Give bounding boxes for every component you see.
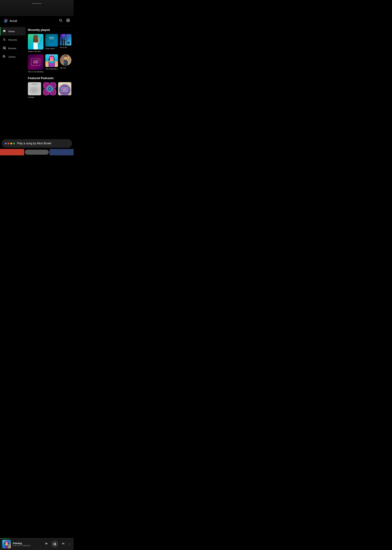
- svg-point-15: [34, 36, 38, 41]
- google-dots: [5, 142, 15, 144]
- svg-rect-14: [28, 34, 43, 49]
- album-title-are-be: Are & Be: [60, 46, 71, 48]
- main-content: Recently played: [26, 26, 74, 138]
- svg-point-75: [45, 84, 48, 87]
- svg-text:IPSUM.: IPSUM.: [63, 90, 67, 91]
- svg-point-55: [68, 56, 69, 58]
- svg-point-36: [66, 37, 67, 39]
- svg-point-81: [45, 91, 48, 93]
- partial-button-2[interactable]: [25, 150, 49, 155]
- sidebar: Home Recents Browse: [0, 26, 26, 138]
- svg-text:CREATIVE: CREATIVE: [32, 84, 37, 85]
- svg-line-5: [61, 21, 62, 22]
- dot-blue: [5, 142, 7, 144]
- sidebar-item-library[interactable]: Library: [0, 53, 26, 61]
- sidebar-item-browse[interactable]: Browse: [0, 44, 26, 53]
- voice-assistant-bar[interactable]: Play a song by Alice Broek: [2, 139, 72, 148]
- svg-rect-46: [49, 59, 50, 60]
- svg-rect-49: [49, 61, 54, 63]
- album-weeknd[interactable]: LOREMIPSUM. This is The Weeknd: [28, 54, 43, 73]
- album-title-weeknd: This is The Weeknd: [28, 71, 43, 73]
- album-todays-top-hits[interactable]: Today's Top Hits: [28, 34, 43, 52]
- album-title-todays-top-hits: Today's Top Hits: [28, 50, 43, 52]
- svg-point-87: [49, 88, 51, 90]
- svg-point-4: [60, 19, 62, 21]
- cover-podcast-2: [43, 82, 56, 95]
- svg-rect-12: [3, 55, 4, 58]
- album-jay-los[interactable]: Jay Los: [60, 54, 71, 73]
- svg-rect-16: [34, 42, 38, 49]
- svg-rect-33: [64, 41, 65, 45]
- svg-text:H: H: [54, 59, 55, 60]
- main-layout: Home Recents Browse: [0, 26, 74, 138]
- svg-rect-31: [62, 40, 63, 45]
- featured-podcasts-title: Featured Podcasts: [28, 77, 71, 80]
- settings-button[interactable]: [66, 18, 70, 24]
- recently-played-title: Recently played: [28, 28, 71, 32]
- voice-assistant-text: Play a song by Alice Broek: [17, 142, 51, 145]
- dot-green: [13, 142, 15, 144]
- recently-played-grid: Today's Top Hits: [28, 34, 71, 73]
- album-are-be[interactable]: Are & Be: [60, 34, 71, 52]
- library-icon: [3, 55, 6, 59]
- svg-rect-8: [5, 47, 6, 48]
- sidebar-label-library: Library: [8, 56, 16, 58]
- svg-point-78: [52, 84, 54, 87]
- podcast-2[interactable]: [43, 82, 56, 98]
- partial-button-1[interactable]: [0, 149, 24, 155]
- svg-rect-57: [63, 62, 65, 63]
- partial-button-3[interactable]: [49, 149, 74, 155]
- svg-point-30: [67, 35, 69, 37]
- album-daily-mix[interactable]: H Your Daily Mix 2: [45, 54, 58, 73]
- sidebar-label-home: Home: [8, 30, 15, 33]
- sidebar-label-browse: Browse: [8, 47, 16, 50]
- svg-point-17: [38, 37, 39, 39]
- podcasts-grid: CREATIVE Creative: [28, 82, 71, 98]
- cover-todays-top-hits: [28, 34, 43, 49]
- svg-text:ABSTRACT: ABSTRACT: [49, 37, 55, 38]
- svg-text:LOREM: LOREM: [63, 88, 67, 89]
- album-title-jay-los: Jay Los: [60, 67, 71, 69]
- cover-viva-latino: ABSTRACT DESIGN: [45, 34, 58, 47]
- svg-point-3: [5, 20, 6, 21]
- album-title-viva-latino: !Viva Latino!: [45, 48, 58, 49]
- svg-point-11: [5, 48, 6, 49]
- album-viva-latino[interactable]: ABSTRACT DESIGN !Viva Latino!: [45, 34, 58, 52]
- svg-point-32: [61, 39, 63, 41]
- app-title: Aural: [10, 19, 17, 23]
- podcast-creative[interactable]: CREATIVE Creative: [28, 82, 41, 98]
- cover-podcast-3: LOREM IPSUM.: [58, 82, 71, 95]
- svg-point-66: [34, 87, 39, 93]
- svg-rect-13: [4, 55, 4, 58]
- home-icon: [3, 29, 6, 33]
- header-actions: [58, 18, 70, 24]
- svg-rect-9: [3, 48, 4, 49]
- cover-jay-los: [60, 54, 71, 66]
- sidebar-item-home[interactable]: Home: [0, 27, 26, 35]
- cover-are-be: [60, 34, 71, 45]
- cover-podcast-creative: CREATIVE: [28, 82, 41, 95]
- svg-text:DESIGN: DESIGN: [50, 38, 54, 39]
- sidebar-item-recents[interactable]: Recents: [0, 35, 26, 44]
- app-logo: [3, 18, 8, 23]
- svg-rect-38: [68, 42, 70, 43]
- cover-daily-mix: H: [45, 54, 58, 67]
- partial-buttons-row: [0, 149, 74, 155]
- search-button[interactable]: [58, 18, 63, 24]
- svg-rect-56: [63, 62, 66, 62]
- album-title-daily-mix: Your Daily Mix 2: [45, 68, 58, 70]
- podcast-3[interactable]: LOREM IPSUM.: [58, 82, 71, 98]
- dot-yellow: [10, 142, 12, 144]
- svg-rect-7: [3, 47, 4, 48]
- podcast-title-creative: Creative: [28, 96, 41, 98]
- recents-icon: [3, 38, 6, 42]
- app-brand: Aural: [3, 18, 17, 23]
- dot-red: [7, 142, 9, 144]
- browse-icon: [3, 46, 6, 50]
- svg-point-6: [68, 20, 69, 21]
- cover-weeknd: LOREMIPSUM.: [28, 54, 43, 70]
- top-overlay: [0, 0, 74, 16]
- svg-point-34: [64, 40, 65, 41]
- sidebar-label-recents: Recents: [8, 38, 17, 41]
- app-header: Aural: [0, 16, 74, 26]
